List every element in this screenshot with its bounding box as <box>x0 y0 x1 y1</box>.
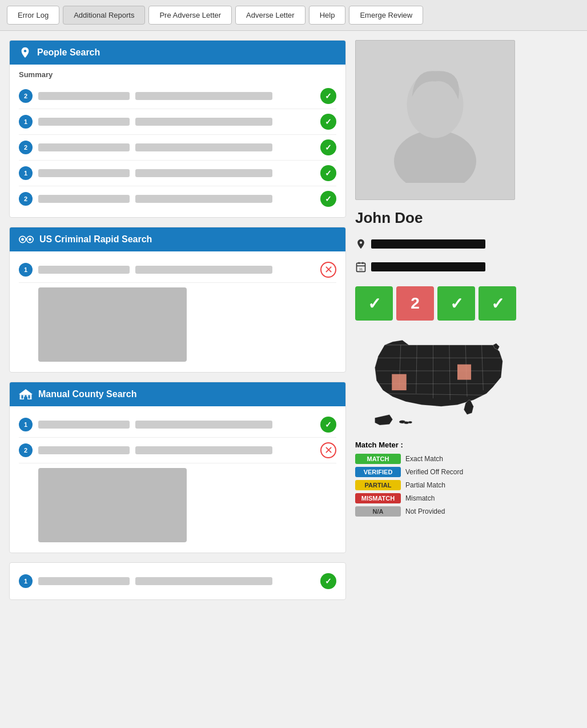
svg-rect-8 <box>29 395 30 399</box>
bar-long-c1 <box>135 266 272 274</box>
courthouse-icon <box>19 388 33 401</box>
us-map-svg <box>355 332 521 429</box>
badge-m1: 1 <box>19 418 33 431</box>
extra-row-body: 1 ✓ <box>10 563 345 599</box>
status-green-3: ✓ <box>320 139 336 155</box>
svg-point-32 <box>404 421 409 424</box>
svg-rect-10 <box>24 397 27 400</box>
meter-row-verified: VERIFIED Verified Off Record <box>355 467 578 477</box>
svg-marker-9 <box>19 389 33 394</box>
meter-label-mismatch: Mismatch <box>405 494 435 502</box>
svg-text:31: 31 <box>359 267 363 271</box>
additional-reports-button[interactable]: Additional Reports <box>63 6 145 25</box>
match-badges: ✓ 2 ✓ ✓ <box>355 286 578 321</box>
county-image-placeholder <box>38 468 187 542</box>
bar-short-3 <box>38 143 130 151</box>
people-search-row-2[interactable]: 1 ✓ <box>19 109 336 135</box>
svg-point-3 <box>29 238 31 241</box>
bar-short-2 <box>38 118 130 126</box>
county-search-row-2[interactable]: 2 ✕ <box>19 438 336 463</box>
meter-tag-partial: PARTIAL <box>355 480 401 490</box>
people-search-section: People Search Summary 2 ✓ 1 ✓ <box>9 40 346 218</box>
status-green-1: ✓ <box>320 88 336 104</box>
avatar-silhouette <box>384 57 487 183</box>
county-search-row-1[interactable]: 1 ✓ <box>19 412 336 438</box>
bar-short-m1 <box>38 421 130 429</box>
svg-rect-29 <box>392 374 407 390</box>
status-green-2: ✓ <box>320 114 336 130</box>
badge-2c: 2 <box>19 192 33 206</box>
help-button[interactable]: Help <box>309 6 346 25</box>
county-search-title: Manual County Search <box>38 389 136 399</box>
top-navigation: Error Log Additional Reports Pre Adverse… <box>0 0 587 31</box>
status-green-extra: ✓ <box>320 573 336 589</box>
bar-long-1 <box>135 92 272 100</box>
match-badge-1: ✓ <box>355 286 393 321</box>
people-search-row-4[interactable]: 1 ✓ <box>19 161 336 186</box>
meter-tag-na: N/A <box>355 506 401 517</box>
bar-short-extra <box>38 577 130 585</box>
calendar-icon: 31 <box>355 261 367 273</box>
people-search-row-3[interactable]: 2 ✓ <box>19 135 336 161</box>
summary-label: Summary <box>19 70 336 79</box>
bar-short-1 <box>38 92 130 100</box>
bar-short-m2 <box>38 446 130 454</box>
match-badge-3: ✓ <box>437 286 475 321</box>
person-date-row: 31 <box>355 261 578 273</box>
svg-rect-30 <box>457 365 471 380</box>
match-meter-title: Match Meter : <box>355 441 578 449</box>
bar-long-5 <box>135 195 272 203</box>
people-search-title: People Search <box>37 47 100 58</box>
left-panel: People Search Summary 2 ✓ 1 ✓ <box>9 40 346 600</box>
criminal-search-title: US Criminal Rapid Search <box>39 234 152 245</box>
extra-row-section: 1 ✓ <box>9 562 346 600</box>
match-meter: Match Meter : MATCH Exact Match VERIFIED… <box>355 441 578 519</box>
location-icon <box>355 238 367 250</box>
bar-short-c1 <box>38 266 130 274</box>
svg-rect-6 <box>22 395 23 399</box>
pre-adverse-letter-button[interactable]: Pre Adverse Letter <box>148 6 232 25</box>
criminal-search-header: US Criminal Rapid Search <box>10 227 345 251</box>
match-badge-4: ✓ <box>479 286 516 321</box>
us-map <box>355 332 521 429</box>
meter-tag-verified: VERIFIED <box>355 467 401 477</box>
location-bar <box>371 239 485 249</box>
location-pin-icon <box>19 46 31 59</box>
meter-tag-match: MATCH <box>355 454 401 464</box>
badge-2b: 2 <box>19 141 33 154</box>
meter-label-verified: Verified Off Record <box>405 468 463 476</box>
adverse-letter-button[interactable]: Adverse Letter <box>235 6 305 25</box>
emerge-review-button[interactable]: Emerge Review <box>349 6 423 25</box>
status-green-m1: ✓ <box>320 417 336 433</box>
status-red-1: ✕ <box>320 262 336 278</box>
bar-long-extra <box>135 577 272 585</box>
date-bar <box>371 262 485 271</box>
extra-row-1[interactable]: 1 ✓ <box>19 569 336 594</box>
county-search-header: Manual County Search <box>10 382 345 406</box>
people-search-row-1[interactable]: 2 ✓ <box>19 83 336 109</box>
status-green-5: ✓ <box>320 191 336 207</box>
avatar-box <box>355 40 515 200</box>
meter-row-na: N/A Not Provided <box>355 506 578 517</box>
badge-2: 2 <box>19 89 33 103</box>
criminal-search-row-1[interactable]: 1 ✕ <box>19 257 336 283</box>
badge-1a: 1 <box>19 115 33 129</box>
svg-point-11 <box>394 130 476 183</box>
criminal-search-body: 1 ✕ <box>10 251 345 372</box>
county-search-section: Manual County Search 1 ✓ 2 ✕ <box>9 382 346 553</box>
bar-long-m2 <box>135 446 272 454</box>
people-search-header: People Search <box>10 41 345 65</box>
meter-row-partial: PARTIAL Partial Match <box>355 480 578 490</box>
people-search-body: Summary 2 ✓ 1 ✓ 2 <box>10 65 345 217</box>
status-red-m2: ✕ <box>320 442 336 458</box>
match-badge-2: 2 <box>396 286 434 321</box>
criminal-search-section: US Criminal Rapid Search 1 ✕ <box>9 227 346 373</box>
error-log-button[interactable]: Error Log <box>7 6 59 25</box>
people-search-row-5[interactable]: 2 ✓ <box>19 186 336 211</box>
meter-label-match: Exact Match <box>405 455 443 463</box>
bar-short-5 <box>38 195 130 203</box>
badge-1c: 1 <box>19 263 33 277</box>
badge-m2: 2 <box>19 443 33 457</box>
meter-label-na: Not Provided <box>405 507 445 515</box>
meter-label-partial: Partial Match <box>405 481 445 489</box>
